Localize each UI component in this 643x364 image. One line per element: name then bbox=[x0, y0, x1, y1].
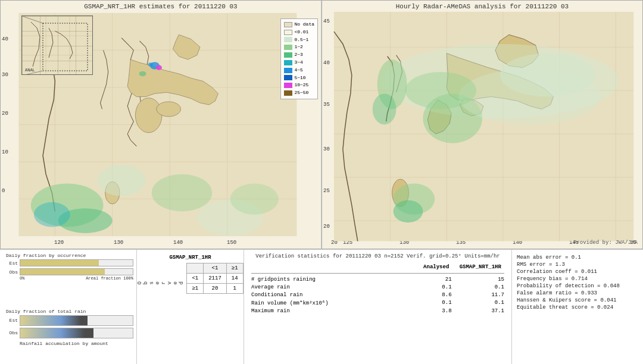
svg-point-21 bbox=[139, 71, 146, 76]
right-x-20: 20 bbox=[331, 240, 338, 246]
legend-lt001: <0.01 bbox=[294, 29, 308, 36]
svg-point-50 bbox=[394, 200, 423, 223]
occurrence-est-label: Est bbox=[6, 261, 18, 266]
contingency-table-wrapper: <1 ≥1 <1 2117 14 ≥1 20 1 bbox=[186, 263, 243, 294]
stats-metric-cond-rain: Conditional rain bbox=[249, 291, 419, 299]
svg-point-51 bbox=[458, 69, 601, 125]
svg-rect-32 bbox=[334, 12, 633, 241]
left-x-axis-140: 140 bbox=[173, 240, 183, 246]
svg-point-12 bbox=[157, 102, 181, 117]
svg-point-22 bbox=[197, 199, 264, 237]
stats-separator bbox=[249, 271, 507, 275]
contingency-col-ge1: ≥1 bbox=[226, 263, 243, 274]
svg-point-16 bbox=[97, 165, 145, 196]
svg-point-15 bbox=[34, 202, 70, 227]
right-x-140: 140 bbox=[513, 240, 522, 246]
legend-1-2: 1~2 bbox=[294, 43, 302, 51]
bottom-row: Daily fraction by occurrence Est Obs bbox=[0, 250, 643, 364]
contingency-panel: GSMAP_NRT_1HR Observed <1 ≥1 <1 bbox=[137, 250, 244, 364]
contingency-row-lt1-label: <1 bbox=[187, 274, 204, 284]
svg-point-17 bbox=[152, 174, 213, 212]
stats-val2-gridpoints: 15 bbox=[454, 275, 507, 283]
stats-metric-gridpoints: # gridpoints raining bbox=[249, 275, 419, 283]
legend-no-data: No data bbox=[294, 21, 314, 29]
svg-point-43 bbox=[392, 179, 409, 206]
right-y-45: 45 bbox=[323, 18, 330, 24]
rain-est-label: Est bbox=[6, 318, 18, 323]
svg-point-20 bbox=[148, 62, 153, 66]
occurrence-chart-section: Daily fraction by occurrence Est Obs bbox=[6, 253, 133, 306]
stats-col-empty bbox=[249, 263, 419, 271]
contingency-cell-11: 2117 bbox=[204, 274, 227, 284]
obs-vertical-text: Observed bbox=[137, 281, 185, 284]
svg-point-52 bbox=[405, 72, 476, 109]
contingency-empty-cell bbox=[187, 263, 204, 274]
svg-point-46 bbox=[500, 54, 595, 97]
inset-label: ANAL bbox=[25, 68, 35, 73]
occurrence-est-track bbox=[20, 259, 133, 266]
left-y-axis-40: 40 bbox=[2, 36, 8, 42]
stats-header-row: Analysed GSMAP_NRT_1HR bbox=[249, 263, 507, 271]
svg-point-18 bbox=[150, 62, 160, 70]
left-x-axis-150: 150 bbox=[227, 240, 236, 246]
stats-row-cond-rain: Conditional rain 8.6 11.7 bbox=[249, 291, 507, 299]
stats-val2-max-rain: 37.1 bbox=[454, 307, 507, 315]
svg-point-13 bbox=[31, 184, 104, 227]
svg-point-49 bbox=[394, 184, 435, 215]
right-y-40: 40 bbox=[323, 60, 330, 66]
stat-equitable-threat: Equitable threat score = 0.024 bbox=[517, 305, 638, 310]
rain-est-row: Est bbox=[6, 315, 133, 326]
main-container: GSMAP_NRT_1HR estimates for 20111220 03 … bbox=[0, 0, 643, 364]
stats-val1-cond-rain: 8.6 bbox=[419, 291, 454, 299]
rain-obs-label: Obs bbox=[6, 330, 18, 335]
contingency-wrapper: Observed <1 ≥1 <1 2117 14 bbox=[137, 263, 243, 294]
right-x-130: 130 bbox=[399, 240, 409, 246]
rain-obs-track bbox=[20, 328, 133, 338]
occurrence-est-row: Est bbox=[6, 259, 133, 266]
svg-point-14 bbox=[58, 208, 112, 233]
charts-panel: Daily fraction by occurrence Est Obs bbox=[0, 250, 137, 364]
contingency-cell-21: 20 bbox=[204, 284, 227, 294]
svg-point-19 bbox=[156, 65, 162, 70]
stats-metric-volume: Rain volume (mm*km²x10⁶) bbox=[249, 299, 419, 307]
right-y-35: 35 bbox=[323, 102, 330, 108]
stat-prob-detection: Probability of detection = 0.048 bbox=[517, 283, 638, 289]
rain-chart-title: Daily fraction of total rain bbox=[6, 309, 133, 314]
contingency-table: <1 ≥1 <1 2117 14 ≥1 20 1 bbox=[186, 263, 243, 294]
occurrence-est-fill bbox=[20, 260, 99, 266]
left-map-panel: GSMAP_NRT_1HR estimates for 20111220 03 … bbox=[0, 0, 322, 249]
stats-val2-cond-rain: 11.7 bbox=[454, 291, 507, 299]
left-y-axis-10: 10 bbox=[2, 149, 8, 155]
left-x-axis-120: 120 bbox=[54, 240, 64, 246]
contingency-header-row: <1 ≥1 bbox=[187, 263, 243, 274]
stat-hanssen-kuipers: Hanssen & Kuipers score = 0.041 bbox=[517, 297, 638, 303]
svg-point-23 bbox=[230, 184, 279, 215]
svg-point-44 bbox=[382, 44, 619, 118]
contingency-title: GSMAP_NRT_1HR bbox=[169, 255, 211, 261]
occurrence-axis: 0% Areal fraction 100% bbox=[20, 276, 133, 281]
right-map-panel: Hourly Radar-AMeDAS analysis for 2011122… bbox=[322, 0, 643, 249]
legend-box: No data <0.01 0.5~1 1~2 2~3 3~4 4~5 5~10… bbox=[280, 18, 318, 99]
stats-row-volume: Rain volume (mm*km²x10⁶) 0.1 0.1 bbox=[249, 299, 507, 307]
stats-metric-max-rain: Maximum rain bbox=[249, 307, 419, 315]
stats-metric-avg-rain: Average rain bbox=[249, 283, 419, 291]
left-map-title: GSMAP_NRT_1HR estimates for 20111220 03 bbox=[1, 3, 321, 10]
occurrence-obs-label: Obs bbox=[6, 269, 18, 275]
stats-val2-volume: 0.1 bbox=[454, 299, 507, 307]
stats-col-gsmap: GSMAP_NRT_1HR bbox=[454, 263, 507, 271]
contingency-row-ge1: ≥1 20 1 bbox=[187, 284, 243, 294]
rain-bar-chart: Est Obs bbox=[6, 315, 133, 338]
legend-2-3: 2~3 bbox=[294, 51, 302, 59]
right-y-30: 30 bbox=[323, 146, 330, 152]
left-y-axis-20: 20 bbox=[2, 111, 8, 117]
left-x-axis-130: 130 bbox=[114, 240, 123, 246]
legend-4-5: 4~5 bbox=[294, 67, 302, 74]
svg-point-47 bbox=[377, 59, 407, 109]
occurrence-obs-row: Obs bbox=[6, 268, 133, 275]
rainfall-label: Rainfall accumulation by amount bbox=[20, 341, 133, 346]
rain-est-track bbox=[20, 315, 133, 326]
occurrence-bar-chart: Est Obs bbox=[6, 259, 133, 275]
right-y-25: 25 bbox=[323, 188, 330, 194]
legend-10-25: 10~25 bbox=[294, 81, 308, 89]
svg-point-45 bbox=[423, 93, 482, 143]
